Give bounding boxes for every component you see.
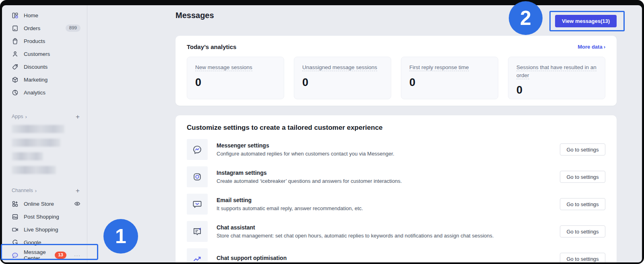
page-title: Messages bbox=[175, 11, 617, 20]
add-app-icon[interactable]: + bbox=[76, 113, 80, 120]
post-shopping-icon bbox=[12, 213, 19, 220]
chevron-right-icon: › bbox=[604, 44, 605, 50]
customize-settings-card: Customize settings to create a tailored … bbox=[175, 115, 617, 262]
go-to-settings-button[interactable]: Go to settings bbox=[560, 198, 605, 210]
chat-support-optimisation-icon bbox=[187, 248, 208, 262]
channels-section-header[interactable]: Channels › + bbox=[12, 187, 80, 194]
sidebar-item-label: Customers bbox=[24, 51, 50, 57]
setting-description: Store chat management: set chat open hou… bbox=[217, 233, 494, 239]
sidebar-item-label: Discounts bbox=[24, 64, 47, 70]
sidebar-item-analytics[interactable]: Analytics bbox=[2, 86, 87, 99]
app-item-redacted[interactable] bbox=[12, 139, 60, 147]
setting-title: Chat support optimisation bbox=[217, 255, 287, 261]
orders-icon bbox=[12, 25, 19, 32]
sidebar-item-discounts[interactable]: Discounts bbox=[2, 60, 87, 73]
sidebar: Home Orders 899 Products Customers bbox=[2, 5, 87, 262]
setting-title: Chat assistant bbox=[217, 224, 494, 231]
unread-count-badge: 13 bbox=[55, 252, 66, 259]
more-options-icon[interactable]: ··· bbox=[74, 252, 80, 258]
go-to-settings-button[interactable]: Go to settings bbox=[560, 171, 605, 183]
app-item-redacted[interactable] bbox=[12, 152, 43, 160]
metric-card-new-sessions: New message sessions 0 bbox=[187, 57, 284, 99]
todays-analytics-card: Today’s analytics More data› New message… bbox=[175, 36, 617, 106]
google-icon bbox=[12, 239, 19, 246]
metric-card-unassigned-sessions: Unassigned message sessions 0 bbox=[294, 57, 391, 99]
sidebar-item-online-store[interactable]: Online Store bbox=[2, 197, 87, 210]
sidebar-item-products[interactable]: Products bbox=[2, 35, 87, 47]
chat-assistant-icon bbox=[187, 221, 208, 242]
setting-row-chat-support-optimisation: Chat support optimisation Go to settings bbox=[187, 248, 605, 262]
metric-card-first-reply-time: First reply response time 0 bbox=[401, 57, 498, 99]
sidebar-item-live-shopping[interactable]: Live Shopping bbox=[2, 223, 87, 236]
sidebar-item-label: Live Shopping bbox=[24, 227, 58, 233]
products-icon bbox=[12, 38, 19, 45]
apps-section-header[interactable]: Apps › + bbox=[12, 113, 80, 120]
app-item-redacted[interactable] bbox=[12, 125, 64, 133]
chevron-right-icon: › bbox=[25, 114, 27, 120]
sidebar-item-label: Orders bbox=[24, 25, 40, 31]
apps-list bbox=[2, 125, 87, 174]
customers-icon bbox=[12, 51, 19, 57]
discounts-icon bbox=[12, 63, 19, 70]
app-item-redacted[interactable] bbox=[12, 166, 56, 174]
setting-description: It supports automatic email reply, answe… bbox=[217, 205, 363, 211]
window-frame: Home Orders 899 Products Customers bbox=[0, 0, 644, 264]
messenger-icon bbox=[187, 139, 208, 160]
marketing-icon bbox=[12, 76, 19, 83]
callout-step-2: 2 bbox=[509, 1, 543, 35]
sidebar-item-home[interactable]: Home bbox=[2, 9, 87, 22]
view-messages-button[interactable]: View messages(13) bbox=[555, 15, 617, 27]
metrics-row: New message sessions 0 Unassigned messag… bbox=[187, 57, 605, 99]
sidebar-item-label: Message Center bbox=[24, 249, 46, 261]
sidebar-item-label: Post Shopping bbox=[24, 214, 59, 220]
home-icon bbox=[12, 12, 19, 19]
metric-label: Sessions that have resulted in an order bbox=[516, 64, 597, 79]
sidebar-item-label: Marketing bbox=[24, 77, 47, 83]
setting-row-chat-assistant: Chat assistant Store chat management: se… bbox=[187, 221, 605, 242]
sidebar-item-label: Products bbox=[24, 38, 45, 44]
metric-value: 0 bbox=[409, 76, 490, 89]
sidebar-item-post-shopping[interactable]: Post Shopping bbox=[2, 210, 87, 223]
metric-label: Unassigned message sessions bbox=[302, 64, 377, 71]
sidebar-item-label: Online Store bbox=[24, 201, 54, 207]
setting-description: Configure automated replies for when cus… bbox=[217, 151, 394, 157]
setting-row-instagram: Instagram settings Create automated ‘ice… bbox=[187, 166, 605, 187]
sidebar-item-label: Home bbox=[24, 12, 38, 18]
sidebar-item-label: Analytics bbox=[24, 90, 45, 96]
online-store-icon bbox=[12, 201, 19, 207]
metric-value: 0 bbox=[195, 76, 276, 89]
more-data-label: More data bbox=[578, 44, 602, 50]
sidebar-item-marketing[interactable]: Marketing bbox=[2, 73, 87, 86]
add-channel-icon[interactable]: + bbox=[76, 187, 80, 194]
channels-header-label: Channels bbox=[12, 188, 33, 193]
sidebar-item-google[interactable]: Google bbox=[2, 236, 87, 249]
more-data-link[interactable]: More data› bbox=[578, 44, 605, 50]
analytics-title: Today’s analytics bbox=[187, 43, 236, 50]
go-to-settings-button[interactable]: Go to settings bbox=[560, 225, 605, 237]
live-shopping-icon bbox=[12, 226, 19, 233]
app-screen: Home Orders 899 Products Customers bbox=[2, 5, 642, 262]
channels-list: Online Store Post Shopping Live Shoppin bbox=[2, 197, 87, 262]
sidebar-item-label: Google bbox=[24, 239, 41, 246]
metric-label: New message sessions bbox=[195, 64, 252, 71]
visibility-eye-icon[interactable] bbox=[74, 201, 80, 207]
message-center-icon bbox=[12, 252, 19, 259]
go-to-settings-button[interactable]: Go to settings bbox=[560, 253, 605, 262]
settings-heading: Customize settings to create a tailored … bbox=[187, 123, 605, 132]
setting-row-messenger: Messenger settings Configure automated r… bbox=[187, 139, 605, 160]
main-content: Messages View messages(13) Today’s analy… bbox=[88, 5, 642, 262]
analytics-icon bbox=[12, 89, 19, 96]
email-icon bbox=[187, 194, 208, 215]
setting-title: Instagram settings bbox=[217, 170, 402, 176]
metric-value: 0 bbox=[516, 84, 597, 96]
apps-header-label: Apps bbox=[12, 114, 23, 119]
chevron-right-icon: › bbox=[35, 188, 37, 194]
sidebar-item-orders[interactable]: Orders 899 bbox=[2, 22, 87, 35]
instagram-icon bbox=[187, 166, 208, 187]
setting-row-email: Email setting It supports automatic emai… bbox=[187, 194, 605, 215]
metric-label: First reply response time bbox=[409, 64, 469, 71]
sidebar-item-message-center[interactable]: Message Center 13 ··· bbox=[2, 249, 87, 262]
callout-step-1: 1 bbox=[103, 219, 138, 254]
go-to-settings-button[interactable]: Go to settings bbox=[560, 143, 605, 156]
sidebar-item-customers[interactable]: Customers bbox=[2, 47, 87, 60]
